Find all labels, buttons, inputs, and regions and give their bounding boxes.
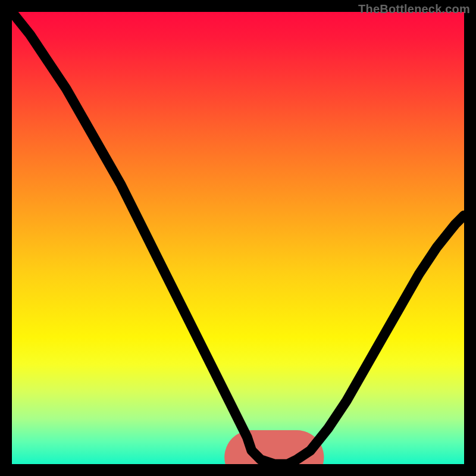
watermark-text: TheBottleneck.com <box>358 2 470 16</box>
plot-area <box>12 12 464 464</box>
chart-frame: TheBottleneck.com <box>0 0 476 476</box>
curve-layer <box>12 12 464 464</box>
bottleneck-curve <box>12 12 464 464</box>
